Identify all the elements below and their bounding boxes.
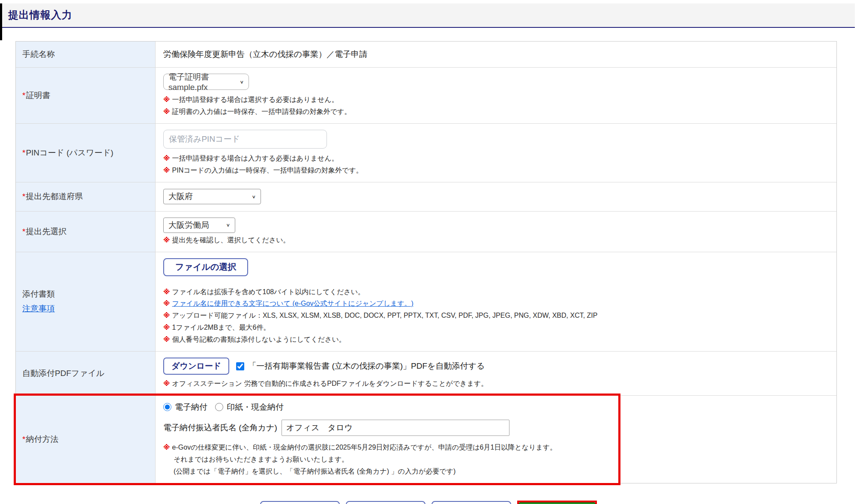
certificate-select-value: 電子証明書sample.pfx: [168, 72, 235, 92]
note-marker-icon: ※: [163, 334, 170, 345]
payer-name-label: 電子納付振込者氏名 (全角カナ): [163, 422, 277, 433]
label-text: 添付書類: [22, 289, 150, 300]
note-text: ファイル名は拡張子を含めて108バイト以内にしてください。: [172, 286, 365, 298]
row-auto-pdf: 自動添付PDFファイル ダウンロード 「一括有期事業報告書 (立木の伐採の事業)…: [16, 351, 836, 395]
required-marker: *: [22, 227, 25, 236]
temp-save-button[interactable]: 一時保存する: [346, 501, 426, 504]
note-line: (公開までは「電子納付」を選択し、「電子納付振込者氏名 (全角カナ) 」の入力が…: [163, 466, 829, 477]
prefecture-label: *提出先都道府県: [16, 182, 156, 211]
electronic-payment-radio-label[interactable]: 電子納付: [175, 402, 207, 413]
submit-button[interactable]: 申請する: [519, 502, 595, 504]
chevron-down-icon: ∨: [226, 223, 230, 228]
electronic-payment-radio[interactable]: [163, 403, 171, 411]
note-text: PINコードの入力値は一時保存、一括申請登録の対象外です。: [172, 165, 363, 176]
auto-pdf-notes: ※オフィスステーション 労務で自動的に作成されるPDFファイルをダウンロードする…: [163, 378, 829, 389]
required-marker: *: [22, 148, 25, 157]
auto-pdf-content: ダウンロード 「一括有期事業報告書 (立木の伐採の事業)」PDFを自動添付する …: [156, 352, 836, 395]
note-text: それまではお待ちいただきますようお願いいたします。: [174, 454, 348, 465]
note-text: 証明書の入力値は一時保存、一括申請登録の対象外です。: [172, 106, 351, 117]
attachments-content: ファイルの選択 ※ファイル名は拡張子を含めて108バイト以内にしてください。※フ…: [156, 252, 836, 352]
prefecture-content: 大阪府 ∨: [156, 182, 836, 211]
pin-code-input[interactable]: [163, 130, 327, 149]
note-text: 一括申請登録する場合は入力する必要はありません。: [172, 153, 339, 164]
row-attachments: 添付書類 注意事項 ファイルの選択 ※ファイル名は拡張子を含めて108バイト以内…: [16, 252, 836, 352]
pin-code-notes: ※一括申請登録する場合は入力する必要はありません。※PINコードの入力値は一時保…: [163, 153, 829, 176]
note-marker-icon: ※: [163, 298, 170, 309]
certificate-select[interactable]: 電子証明書sample.pfx ∨: [163, 74, 249, 90]
note-line: それまではお待ちいただきますようお願いいたします。: [163, 454, 829, 465]
note-text: 一括申請登録する場合は選択する必要はありません。: [172, 94, 339, 105]
procedure-name-label: 手続名称: [16, 42, 156, 67]
payment-method-label: *納付方法: [16, 396, 156, 483]
label-text: 提出先都道府県: [26, 192, 83, 201]
office-select-content: 大阪労働局 ∨ ※提出先を確認し、選択してください。: [156, 212, 836, 252]
note-line: ※一括申請登録する場合は入力する必要はありません。: [163, 153, 829, 164]
office-select-label: *提出先選択: [16, 212, 156, 252]
payer-name-input[interactable]: [282, 420, 509, 436]
note-line: ※e-Govの仕様変更に伴い、印紙・現金納付の選択肢に2025年5月29日対応済…: [163, 442, 829, 453]
stamp-cash-payment-radio-label[interactable]: 印紙・現金納付: [227, 402, 284, 413]
note-text: (公開までは「電子納付」を選択し、「電子納付振込者氏名 (全角カナ) 」の入力が…: [174, 466, 455, 477]
note-line: ※証明書の入力値は一時保存、一括申請登録の対象外です。: [163, 106, 829, 117]
auto-pdf-label: 自動添付PDFファイル: [16, 352, 156, 395]
note-line: ※ファイル名は拡張子を含めて108バイト以内にしてください。: [163, 286, 829, 298]
office-select[interactable]: 大阪労働局 ∨: [163, 218, 235, 233]
note-marker-icon: ※: [163, 378, 170, 389]
required-marker: *: [22, 435, 25, 444]
note-marker-icon: ※: [163, 165, 170, 176]
office-select-value: 大阪労働局: [168, 220, 209, 231]
attachment-notice-link[interactable]: 注意事項: [22, 303, 55, 314]
note-marker-icon: ※: [163, 153, 170, 164]
row-procedure-name: 手続名称 労働保険年度更新申告（立木の伐採の事業）／電子申請: [16, 42, 836, 67]
payment-method-content: 電子納付 印紙・現金納付 電子納付振込者氏名 (全角カナ) ※e-Govの仕様変…: [156, 396, 836, 483]
procedure-value-text: 労働保険年度更新申告（立木の伐採の事業）／電子申請: [163, 49, 829, 60]
note-line: ※ファイル名に使用できる文字について (e-Gov公式サイトにジャンプします。): [163, 298, 829, 309]
note-text: e-Govの仕様変更に伴い、印紙・現金納付の選択肢に2025年5月29日対応済み…: [172, 442, 557, 453]
attachments-label: 添付書類 注意事項: [16, 252, 156, 352]
row-prefecture: *提出先都道府県 大阪府 ∨: [16, 182, 836, 211]
pin-code-content: ※一括申請登録する場合は入力する必要はありません。※PINコードの入力値は一時保…: [156, 124, 836, 182]
footer-actions: 戻る 一時保存する 一括申請登録 申請する: [0, 501, 857, 504]
note-line: ※アップロード可能ファイル：XLS, XLSX, XLSM, XLSB, DOC…: [163, 310, 829, 321]
page-title: 提出情報入力: [8, 8, 849, 22]
payment-notes: ※e-Govの仕様変更に伴い、印紙・現金納付の選択肢に2025年5月29日対応済…: [163, 442, 829, 477]
office-select-notes: ※提出先を確認し、選択してください。: [163, 235, 829, 246]
row-pin-code: *PINコード (パスワード) ※一括申請登録する場合は入力する必要はありません…: [16, 123, 836, 182]
row-certificate: *証明書 電子証明書sample.pfx ∨ ※一括申請登録する場合は選択する必…: [16, 67, 836, 123]
note-text: 個人番号記載の書類は添付しないようにしてください。: [172, 334, 346, 345]
label-text: 提出先選択: [26, 227, 66, 236]
row-office-select: *提出先選択 大阪労働局 ∨ ※提出先を確認し、選択してください。: [16, 211, 836, 252]
label-text: 手続名称: [22, 50, 55, 59]
note-marker-icon: ※: [163, 322, 170, 333]
label-text: 納付方法: [26, 435, 58, 444]
row-payment-method: *納付方法 電子納付 印紙・現金納付 電子納付振込者氏名 (全角カナ) ※e-G…: [16, 395, 836, 483]
note-marker-icon: ※: [163, 286, 170, 298]
batch-register-button[interactable]: 一括申請登録: [431, 501, 511, 504]
note-text: 提出先を確認し、選択してください。: [172, 235, 290, 246]
note-marker-icon: ※: [163, 106, 170, 117]
submit-highlight-frame: 申請する: [517, 501, 597, 504]
auto-attach-checkbox[interactable]: [236, 362, 244, 370]
label-text: 証明書: [26, 91, 50, 100]
note-text: アップロード可能ファイル：XLS, XLSX, XLSM, XLSB, DOC,…: [172, 310, 598, 321]
prefecture-select[interactable]: 大阪府 ∨: [163, 189, 261, 204]
file-select-button[interactable]: ファイルの選択: [163, 258, 248, 276]
note-marker-icon: ※: [163, 235, 170, 246]
note-link[interactable]: ファイル名に使用できる文字について (e-Gov公式サイトにジャンプします。): [172, 298, 414, 309]
note-line: ※提出先を確認し、選択してください。: [163, 235, 829, 246]
download-button[interactable]: ダウンロード: [163, 358, 229, 375]
note-line: ※個人番号記載の書類は添付しないようにしてください。: [163, 334, 829, 345]
left-edge-bar: [0, 3, 2, 40]
label-text: PINコード (パスワード): [26, 148, 113, 157]
stamp-cash-payment-radio[interactable]: [215, 403, 223, 411]
note-text: オフィスステーション 労務で自動的に作成されるPDFファイルをダウンロードするこ…: [172, 378, 488, 389]
auto-attach-checkbox-label: 「一括有期事業報告書 (立木の伐採の事業)」PDFを自動添付する: [248, 361, 485, 372]
back-button[interactable]: 戻る: [260, 501, 340, 504]
procedure-name-value: 労働保険年度更新申告（立木の伐採の事業）／電子申請: [156, 42, 836, 67]
note-line: ※オフィスステーション 労務で自動的に作成されるPDFファイルをダウンロードする…: [163, 378, 829, 389]
page-header: 提出情報入力: [2, 3, 855, 27]
attachments-notes: ※ファイル名は拡張子を含めて108バイト以内にしてください。※ファイル名に使用で…: [163, 286, 829, 346]
prefecture-select-value: 大阪府: [168, 191, 193, 202]
chevron-down-icon: ∨: [252, 194, 256, 199]
note-marker-icon: ※: [163, 310, 170, 321]
